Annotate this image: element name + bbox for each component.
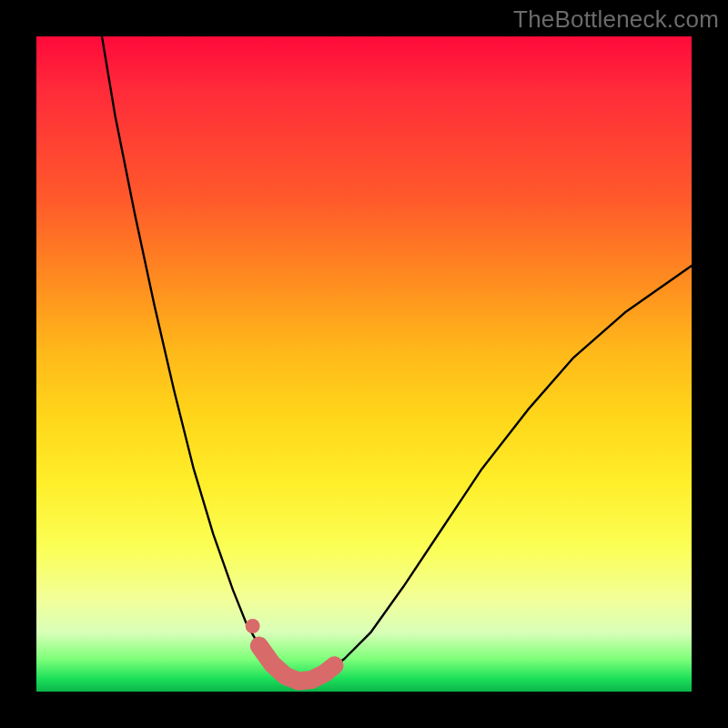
chart-frame: TheBottleneck.com <box>0 0 728 728</box>
plot-area <box>36 36 692 692</box>
highlight-dot <box>246 619 260 633</box>
curve-svg <box>36 36 692 692</box>
bottleneck-curve <box>102 36 692 681</box>
watermark-text: TheBottleneck.com <box>513 5 719 34</box>
highlight-band <box>259 646 335 682</box>
